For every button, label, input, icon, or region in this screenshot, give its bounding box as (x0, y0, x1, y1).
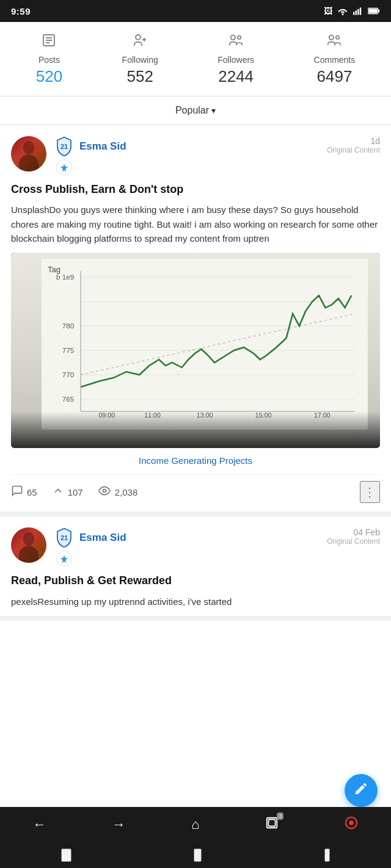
svg-rect-3 (357, 9, 359, 15)
following-icon (133, 33, 147, 51)
followers-label: Followers (217, 55, 254, 65)
tabs-button[interactable]: 3 (257, 811, 287, 838)
views-count-1: 2,038 (115, 487, 138, 497)
post-meta-2: 04 Feb Original Content (327, 527, 380, 546)
svg-rect-1 (353, 12, 354, 15)
post-meta-1: 1d Original Content (327, 136, 380, 154)
filter-row: Popular (0, 96, 391, 125)
svg-point-38 (103, 489, 106, 492)
photo-icon: 🖼 (324, 6, 332, 16)
avatar-1[interactable] (11, 136, 46, 172)
author-name-1[interactable]: Esma Sid (79, 140, 126, 153)
tabs-badge: 3 (265, 816, 279, 833)
svg-text:775: 775 (62, 347, 75, 354)
svg-rect-4 (360, 7, 361, 15)
posts-icon (42, 33, 56, 51)
posts-value: 520 (36, 67, 62, 86)
post-excerpt-1: UnsplashDo you guys were thinking where … (11, 203, 380, 245)
fab-compose-button[interactable] (345, 774, 378, 807)
comments-label: Comments (314, 55, 356, 65)
svg-point-17 (329, 35, 334, 40)
svg-point-15 (231, 35, 235, 40)
compose-icon (354, 781, 368, 800)
star-badge-1 (56, 159, 72, 175)
upvote-action-1[interactable]: 107 (52, 485, 83, 500)
svg-point-0 (342, 13, 344, 15)
browser-button[interactable] (336, 811, 367, 838)
svg-text:770: 770 (62, 371, 75, 378)
forward-button[interactable]: → (104, 812, 134, 837)
android-home-button[interactable]: ○ (194, 848, 202, 862)
android-menu-button[interactable]: ||| (61, 848, 71, 862)
android-back-button[interactable]: ‹ (324, 848, 330, 862)
following-value: 552 (126, 67, 153, 86)
svg-text:780: 780 (62, 322, 75, 330)
battery-icon (368, 7, 380, 15)
author-name-2[interactable]: Esma Sid (79, 532, 126, 544)
chart-tag: Tag (48, 265, 60, 274)
svg-rect-40 (269, 820, 276, 826)
svg-point-42 (349, 820, 353, 825)
status-icons: 🖼 (324, 6, 380, 16)
star-badge-2 (56, 551, 72, 566)
posts-label: Posts (38, 55, 60, 65)
svg-point-18 (336, 36, 340, 40)
back-button[interactable]: ← (24, 812, 55, 837)
followers-value: 2244 (218, 67, 254, 86)
post-actions-1: 65 107 2,038 (11, 485, 137, 500)
stat-posts[interactable]: Posts 520 (36, 33, 62, 86)
comment-action-1[interactable]: 65 (11, 485, 37, 500)
svg-line-35 (81, 314, 355, 375)
post-type-2: Original Content (327, 537, 380, 546)
more-button-1[interactable]: ⋮ (360, 481, 380, 503)
android-nav-bar: ||| ○ ‹ (0, 842, 391, 868)
signal-icon (353, 7, 363, 15)
post-header-1: 21 Esma Sid 1d Original Content (11, 136, 380, 175)
post-type-1: Original Content (327, 146, 380, 154)
badge-shield-1: 21 (54, 136, 75, 157)
comments-icon (326, 33, 342, 51)
comment-count-1: 65 (27, 487, 37, 497)
status-time: 9:59 (11, 6, 31, 16)
post-header-2: 21 Esma Sid 04 Feb Original Content (11, 527, 380, 566)
post-header-left-1: 21 Esma Sid (11, 136, 126, 175)
popular-filter-button[interactable]: Popular (175, 105, 216, 116)
post-card-1: 21 Esma Sid 1d Original Content Cross Pu… (0, 125, 391, 516)
post-excerpt-2: pexelsResuming up my uptrennd activities… (11, 595, 380, 609)
wifi-icon (337, 7, 348, 15)
svg-rect-6 (378, 10, 379, 13)
upvote-icon-1 (52, 485, 64, 500)
status-bar: 9:59 🖼 (0, 0, 391, 22)
stats-row: Posts 520 Following 552 Followers 2244 (0, 22, 391, 96)
svg-point-12 (136, 35, 141, 40)
post-header-left-2: 21 Esma Sid (11, 527, 126, 566)
avatar-2[interactable] (11, 527, 46, 563)
post-title-1[interactable]: Cross Publish, Earn & Don't stop (11, 183, 380, 197)
post-tag-link-1[interactable]: Income Generating Projects (11, 455, 380, 466)
stat-following[interactable]: Following 552 (122, 33, 158, 86)
views-action-1: 2,038 (98, 485, 138, 500)
svg-rect-7 (368, 9, 378, 13)
badge-number-1: 21 (60, 143, 68, 150)
svg-rect-2 (356, 10, 357, 15)
badge-number-2: 21 (60, 534, 68, 541)
comment-icon-1 (11, 485, 23, 500)
svg-text:b 1e9: b 1e9 (56, 273, 74, 281)
post-footer-1: 65 107 2,038 ⋮ (11, 474, 380, 512)
post-card-2: 21 Esma Sid 04 Feb Original Content Read… (0, 516, 391, 621)
followers-icon (228, 33, 244, 51)
comments-value: 6497 (317, 67, 353, 86)
stat-followers[interactable]: Followers 2244 (217, 33, 254, 86)
following-label: Following (122, 55, 158, 65)
tabs-count: 3 (277, 812, 283, 820)
post-date-2: 04 Feb (327, 527, 380, 537)
post-date-1: 1d (327, 136, 380, 146)
bottom-navigation: ← → ⌂ 3 (0, 807, 391, 842)
post-title-2[interactable]: Read, Publish & Get Rewarded (11, 574, 380, 588)
post-image-1[interactable]: Tag b 1e9 780 775 770 765 09:0 (11, 253, 380, 448)
stat-comments[interactable]: Comments 6497 (314, 33, 356, 86)
badge-shield-2: 21 (54, 527, 75, 548)
home-button[interactable]: ⌂ (183, 812, 208, 837)
views-icon-1 (98, 485, 111, 500)
svg-point-16 (238, 36, 241, 40)
